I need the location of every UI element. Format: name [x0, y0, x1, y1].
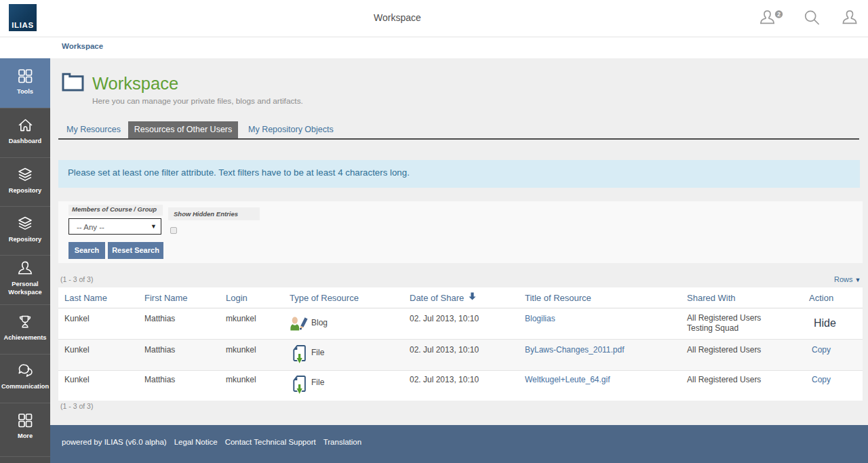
- svg-text:2: 2: [777, 11, 781, 18]
